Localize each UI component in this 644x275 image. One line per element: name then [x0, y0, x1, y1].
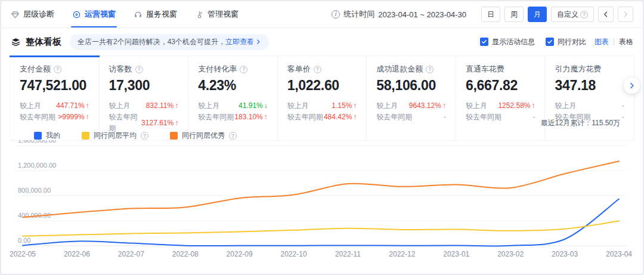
metric-card-3[interactable]: 支付转化率?4.23%较上月41.91%↓较去年同期183.10%↑: [188, 55, 278, 141]
notice-link[interactable]: 立即查看: [225, 37, 254, 47]
analytics-page: 层级诊断运营视窗服务视窗管理视窗 i 统计时间 2023-04-01 ~ 202…: [1, 1, 643, 274]
metric-yoy-label: 较去年同期: [20, 112, 55, 123]
metric-card-value: 58,106.00: [376, 78, 446, 94]
custom-range-button[interactable]: 自定义 ?: [551, 7, 594, 22]
period-button-月[interactable]: 月: [528, 7, 547, 22]
nav-tab-3[interactable]: 服务视窗: [134, 1, 177, 27]
x-axis-tick-label: 2022-08: [172, 250, 199, 258]
layers-icon: [11, 37, 21, 47]
chevron-right-icon: [622, 11, 629, 18]
arrow-up-icon: ↑: [442, 100, 446, 112]
thermometer-icon: [195, 10, 204, 19]
next-period-button[interactable]: [618, 7, 633, 22]
metric-card-2[interactable]: 访客数?17,300较上月832.11%↑较去年同期3127.61%↑: [100, 55, 189, 141]
metric-card-6[interactable]: 直通车花费6,667.82较上月1252.58%↑较去年同期-: [456, 55, 546, 141]
period-button-周[interactable]: 周: [504, 7, 524, 22]
metric-mom-number: -: [622, 100, 624, 112]
y-axis-tick-label: 1,200,000.00: [18, 162, 56, 169]
checkbox-checked-icon[interactable]: [546, 38, 554, 46]
metric-yoy-number: >9999%: [58, 112, 84, 123]
chevron-right-icon: [628, 82, 636, 89]
metric-card-value: 747,521.00: [20, 78, 89, 94]
metric-mom-row: 较上月1.15%↑: [287, 100, 357, 112]
arrow-up-icon: ↑: [353, 100, 357, 112]
help-icon[interactable]: ?: [240, 66, 247, 73]
metric-mom-number: 41.91%: [239, 100, 263, 112]
custom-range-label: 自定义: [557, 10, 578, 20]
info-icon[interactable]: i: [332, 10, 340, 18]
help-icon[interactable]: ?: [141, 132, 148, 140]
nav-tab-2[interactable]: 运营视窗: [72, 1, 116, 27]
metric-card-value: 347.18: [555, 78, 624, 94]
metric-yoy-value: -: [622, 112, 624, 123]
chart-area[interactable]: 0.00400,000.00800,000.001,200,000.001,60…: [10, 140, 637, 262]
metric-card-1[interactable]: 支付金额?747,521.00较上月447.71%↑较去年同期>9999%↑: [10, 55, 100, 141]
metric-yoy-value: 3127.61%↑: [141, 118, 178, 129]
board-header: 整体看板 全店一共有2个问题待解决，43个机会可提升， 立即查看 显示活动信息同…: [1, 28, 643, 54]
metric-mom-row: 较上月1252.58%↑: [466, 100, 535, 112]
headset-icon: [134, 10, 143, 19]
x-axis-tick-label: 2022-06: [64, 250, 90, 258]
target-icon: [72, 10, 81, 19]
arrow-up-icon: ↑: [531, 100, 535, 112]
metric-card-5[interactable]: 成功退款金额?58,106.00较上月9643.12%↑较去年同期-: [367, 55, 456, 141]
y-axis-tick-label: 800,000.00: [18, 187, 51, 194]
checkbox-checked-icon[interactable]: [480, 38, 488, 46]
metric-card-value: 4.23%: [198, 78, 268, 94]
view-table-link[interactable]: 表格: [619, 37, 633, 47]
toggle-2[interactable]: 同行对比: [546, 37, 586, 47]
gem-icon: [11, 10, 20, 19]
notice-text: 全店一共有2个问题待解决，43个机会可提升，: [78, 37, 225, 47]
cards-next-button[interactable]: [624, 78, 640, 94]
metric-yoy-value: -: [532, 112, 535, 123]
line-chart-canvas[interactable]: 0.00400,000.00800,000.001,200,000.001,60…: [10, 140, 637, 262]
metric-yoy-label: 较去年同期: [376, 112, 412, 123]
help-icon[interactable]: ?: [426, 66, 434, 73]
metric-card-title: 访客数?: [109, 64, 179, 75]
legend-item-2[interactable]: 同行同层平均?: [82, 131, 148, 141]
metric-mom-value: 41.91%↓: [239, 100, 268, 112]
metric-card-title: 客单价?: [287, 64, 357, 75]
nav-tab-label: 层级诊断: [23, 9, 54, 20]
help-icon[interactable]: ?: [314, 66, 321, 73]
legend-item-1[interactable]: 我的: [34, 131, 60, 141]
nav-tab-1[interactable]: 层级诊断: [11, 1, 54, 27]
target-icon: [72, 10, 81, 19]
metric-yoy-value: -: [444, 112, 446, 123]
view-chart-link[interactable]: 图表: [595, 37, 609, 47]
series-line-同行同层平均: [23, 221, 619, 236]
metric-yoy-value: >9999%↑: [58, 112, 89, 123]
period-button-日[interactable]: 日: [481, 7, 500, 22]
metric-card-4[interactable]: 客单价?1,022.60较上月1.15%↑较去年同期484.42%↑: [278, 55, 367, 141]
help-icon[interactable]: ?: [135, 66, 143, 73]
x-axis-tick-label: 2023-01: [443, 250, 469, 258]
metric-yoy-number: -: [622, 112, 624, 123]
nav-tab-4[interactable]: 管理视窗: [195, 1, 239, 27]
help-icon: ?: [580, 11, 588, 18]
metric-yoy-label: 较去年同期: [466, 112, 501, 123]
metric-mom-value: 832.11%↑: [146, 100, 178, 112]
metric-card-value: 17,300: [109, 78, 179, 94]
metric-card-title: 引力魔方花费: [555, 64, 624, 75]
metric-mom-row: 较上月41.91%↓: [198, 100, 268, 112]
series-line-同行同层优秀: [23, 161, 619, 217]
prev-period-button[interactable]: [598, 7, 614, 22]
toggle-1[interactable]: 显示活动信息: [480, 37, 535, 47]
legend-item-3[interactable]: 同行同层优秀?: [170, 131, 237, 141]
metric-yoy-row: 较去年同期>9999%↑: [20, 112, 89, 123]
help-icon[interactable]: ?: [229, 132, 237, 140]
x-axis-tick-label: 2022-05: [10, 250, 36, 258]
metric-mom-number: 832.11%: [146, 100, 174, 112]
date-controls: i 统计时间 2023-04-01 ~ 2023-04-30 日周月 自定义 ?: [332, 7, 633, 22]
nav-tabs: 层级诊断运营视窗服务视窗管理视窗: [11, 1, 239, 27]
help-icon[interactable]: ?: [54, 66, 61, 73]
metric-card-title: 直通车花费: [466, 64, 535, 75]
board-title: 整体看板: [11, 36, 61, 48]
headset-icon: [134, 10, 143, 19]
chevron-right-icon: [255, 39, 261, 45]
arrow-up-icon: ↑: [175, 118, 178, 129]
metric-mom-row: 较上月-: [555, 100, 624, 112]
arrow-up-icon: ↑: [264, 112, 268, 123]
trailing-12m-total: 最近12月累计：115.50万: [541, 118, 620, 128]
legend-swatch: [34, 132, 42, 140]
